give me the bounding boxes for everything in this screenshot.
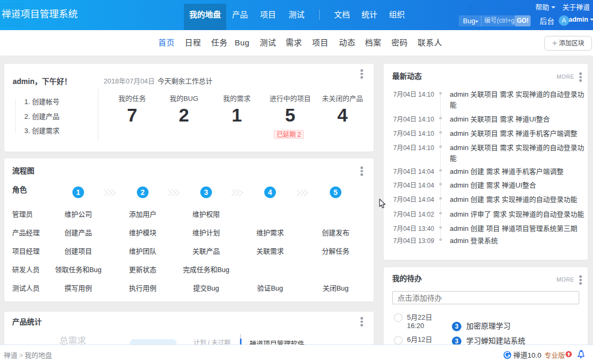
svg-text:专业版: 专业版 bbox=[544, 351, 565, 359]
svg-text:禅道10.0: 禅道10.0 bbox=[513, 351, 541, 359]
